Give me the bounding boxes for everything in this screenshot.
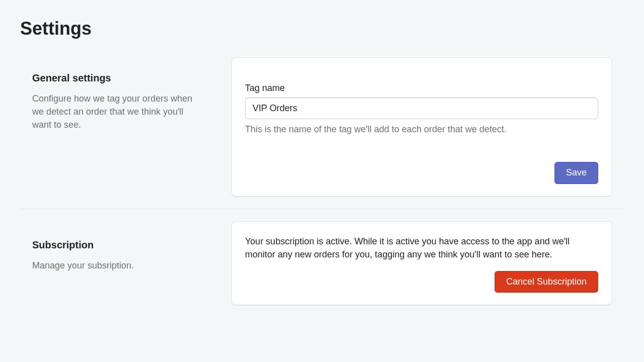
tag-name-help: This is the name of the tag we'll add to… <box>245 124 598 135</box>
save-button[interactable]: Save <box>554 162 598 184</box>
general-card: Tag name This is the name of the tag we'… <box>231 57 612 197</box>
section-subscription-intro: Subscription Manage your subsription. <box>32 221 201 306</box>
cancel-subscription-button[interactable]: Cancel Subscription <box>495 271 598 293</box>
general-description: Configure how we tag your orders when we… <box>32 92 201 131</box>
tag-name-input[interactable] <box>245 98 598 119</box>
subscription-card: Your subscription is active. While it is… <box>231 221 612 306</box>
page-title: Settings <box>20 18 624 39</box>
subscription-status-text: Your subscription is active. While it is… <box>245 235 598 261</box>
section-general: General settings Configure how we tag yo… <box>20 57 624 197</box>
tag-name-label: Tag name <box>245 83 598 94</box>
section-subscription: Subscription Manage your subsription. Yo… <box>20 209 624 306</box>
subscription-heading: Subscription <box>32 239 201 251</box>
subscription-description: Manage your subsription. <box>32 259 201 272</box>
general-heading: General settings <box>32 72 201 84</box>
section-general-intro: General settings Configure how we tag yo… <box>32 57 201 197</box>
settings-page: Settings General settings Configure how … <box>0 0 644 325</box>
